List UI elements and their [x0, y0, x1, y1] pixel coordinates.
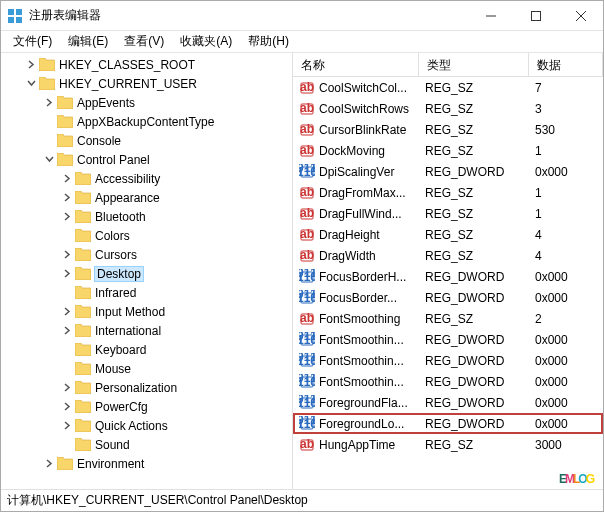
svg-text:110: 110 [299, 375, 315, 389]
tree-node[interactable]: Input Method [1, 302, 292, 321]
tree-node-label: Mouse [95, 362, 131, 376]
chevron-right-icon[interactable] [61, 268, 73, 280]
tree-node-label: AppEvents [77, 96, 135, 110]
value-row[interactable]: abDockMovingREG_SZ1 [293, 140, 603, 161]
value-row[interactable]: 011110DpiScalingVerREG_DWORD0x000 [293, 161, 603, 182]
chevron-right-icon[interactable] [25, 59, 37, 71]
value-type: REG_SZ [419, 102, 529, 116]
value-data: 3000 [529, 438, 603, 452]
chevron-right-icon[interactable] [61, 401, 73, 413]
value-list-panel: 名称 类型 数据 abCoolSwitchCol...REG_SZ7abCool… [293, 53, 603, 489]
tree-node-label: Control Panel [77, 153, 150, 167]
tree-node[interactable]: Control Panel [1, 150, 292, 169]
value-row[interactable]: 011110FontSmoothin...REG_DWORD0x000 [293, 329, 603, 350]
value-type: REG_SZ [419, 81, 529, 95]
tree-node-label: Infrared [95, 286, 136, 300]
value-row[interactable]: 011110FontSmoothin...REG_DWORD0x000 [293, 371, 603, 392]
svg-text:ab: ab [300, 206, 314, 220]
tree-node[interactable]: AppEvents [1, 93, 292, 112]
titlebar: 注册表编辑器 [1, 1, 603, 31]
value-row[interactable]: abCoolSwitchCol...REG_SZ7 [293, 77, 603, 98]
menu-help[interactable]: 帮助(H) [240, 31, 297, 52]
tree-node[interactable]: Appearance [1, 188, 292, 207]
list-body[interactable]: abCoolSwitchCol...REG_SZ7abCoolSwitchRow… [293, 77, 603, 489]
chevron-right-icon[interactable] [61, 249, 73, 261]
column-data[interactable]: 数据 [529, 53, 603, 76]
tree-node[interactable]: Accessibility [1, 169, 292, 188]
tree-panel[interactable]: HKEY_CLASSES_ROOTHKEY_CURRENT_USERAppEve… [1, 53, 293, 489]
tree-node[interactable]: Desktop [1, 264, 292, 283]
svg-text:ab: ab [300, 122, 314, 136]
tree-node[interactable]: HKEY_CLASSES_ROOT [1, 55, 292, 74]
column-name[interactable]: 名称 [293, 53, 419, 76]
value-name: DragFromMax... [319, 186, 406, 200]
svg-text:110: 110 [299, 354, 315, 368]
dword-value-icon: 011110 [299, 164, 315, 180]
value-name: FontSmoothing [319, 312, 400, 326]
tree-node[interactable]: Quick Actions [1, 416, 292, 435]
chevron-right-icon[interactable] [43, 97, 55, 109]
tree-node-label: Cursors [95, 248, 137, 262]
menu-file[interactable]: 文件(F) [5, 31, 60, 52]
tree-node[interactable]: HKEY_CURRENT_USER [1, 74, 292, 93]
tree-node-label: Keyboard [95, 343, 146, 357]
tree-node[interactable]: Bluetooth [1, 207, 292, 226]
chevron-right-icon[interactable] [43, 458, 55, 470]
tree-node-label: AppXBackupContentType [77, 115, 214, 129]
tree-node[interactable]: Cursors [1, 245, 292, 264]
maximize-button[interactable] [513, 1, 558, 30]
tree-node[interactable]: Console [1, 131, 292, 150]
tree-node[interactable]: International [1, 321, 292, 340]
chevron-right-icon[interactable] [61, 211, 73, 223]
tree-node[interactable]: Sound [1, 435, 292, 454]
value-row[interactable]: 011110FontSmoothin...REG_DWORD0x000 [293, 350, 603, 371]
menu-edit[interactable]: 编辑(E) [60, 31, 116, 52]
value-name: CursorBlinkRate [319, 123, 406, 137]
column-type[interactable]: 类型 [419, 53, 529, 76]
tree-node[interactable]: Environment [1, 454, 292, 473]
value-name: DragHeight [319, 228, 380, 242]
tree-node-label: Bluetooth [95, 210, 146, 224]
close-button[interactable] [558, 1, 603, 30]
value-name: CoolSwitchRows [319, 102, 409, 116]
tree-node[interactable]: Personalization [1, 378, 292, 397]
tree-node[interactable]: Mouse [1, 359, 292, 378]
chevron-down-icon[interactable] [43, 154, 55, 166]
folder-icon [75, 210, 91, 223]
menu-view[interactable]: 查看(V) [116, 31, 172, 52]
chevron-right-icon[interactable] [61, 325, 73, 337]
string-value-icon: ab [299, 437, 315, 453]
chevron-right-icon[interactable] [61, 306, 73, 318]
value-row[interactable]: abCoolSwitchRowsREG_SZ3 [293, 98, 603, 119]
tree-node[interactable]: Colors [1, 226, 292, 245]
value-row[interactable]: 011110ForegroundLo...REG_DWORD0x000 [293, 413, 603, 434]
tree-node[interactable]: AppXBackupContentType [1, 112, 292, 131]
value-row[interactable]: abHungAppTimeREG_SZ3000 [293, 434, 603, 455]
chevron-right-icon[interactable] [61, 420, 73, 432]
menu-favorites[interactable]: 收藏夹(A) [172, 31, 240, 52]
tree-node[interactable]: PowerCfg [1, 397, 292, 416]
value-row[interactable]: abDragFromMax...REG_SZ1 [293, 182, 603, 203]
value-row[interactable]: abDragFullWind...REG_SZ1 [293, 203, 603, 224]
value-row[interactable]: 011110FocusBorderH...REG_DWORD0x000 [293, 266, 603, 287]
value-row[interactable]: abFontSmoothingREG_SZ2 [293, 308, 603, 329]
chevron-right-icon[interactable] [61, 173, 73, 185]
folder-icon [75, 229, 91, 242]
chevron-right-icon[interactable] [61, 382, 73, 394]
value-row[interactable]: 011110FocusBorder...REG_DWORD0x000 [293, 287, 603, 308]
value-row[interactable]: abDragHeightREG_SZ4 [293, 224, 603, 245]
svg-text:110: 110 [299, 270, 315, 284]
minimize-button[interactable] [468, 1, 513, 30]
tree-node[interactable]: Infrared [1, 283, 292, 302]
value-type: REG_DWORD [419, 291, 529, 305]
svg-text:110: 110 [299, 396, 315, 410]
value-name: DpiScalingVer [319, 165, 394, 179]
chevron-right-icon[interactable] [61, 192, 73, 204]
value-name: ForegroundLo... [319, 417, 404, 431]
value-row[interactable]: abCursorBlinkRateREG_SZ530 [293, 119, 603, 140]
tree-node[interactable]: Keyboard [1, 340, 292, 359]
value-row[interactable]: abDragWidthREG_SZ4 [293, 245, 603, 266]
tree-node-label: Console [77, 134, 121, 148]
value-row[interactable]: 011110ForegroundFla...REG_DWORD0x000 [293, 392, 603, 413]
chevron-down-icon[interactable] [25, 78, 37, 90]
